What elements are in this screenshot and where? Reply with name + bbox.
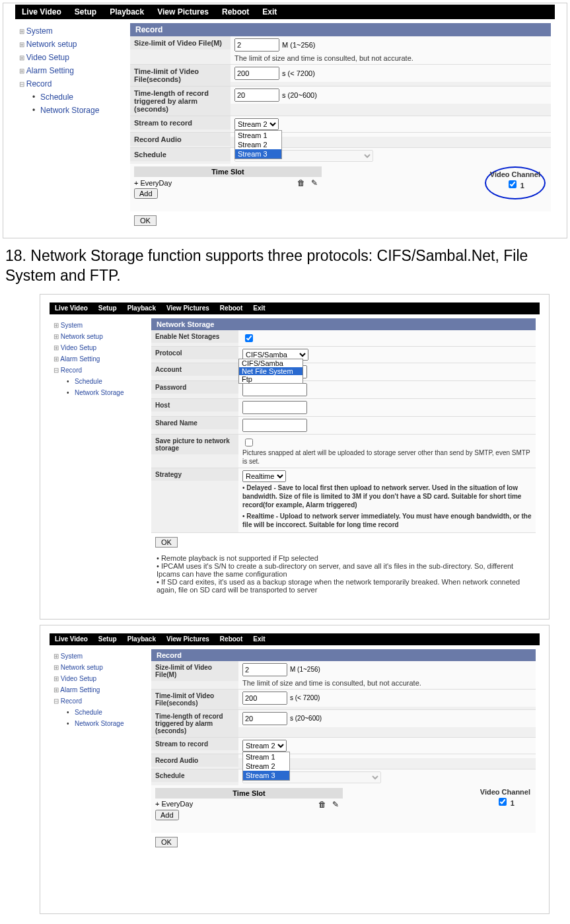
menu-live-video[interactable]: Live Video (15, 7, 68, 17)
menu-playback[interactable]: Playback (122, 304, 161, 312)
menu-setup[interactable]: Setup (93, 635, 122, 643)
sidebar-network-storage[interactable]: Network Storage (18, 104, 124, 117)
stream-option-1[interactable]: Stream 1 (235, 131, 281, 140)
menu-view-pictures[interactable]: View Pictures (151, 7, 215, 17)
sidebar-network-setup[interactable]: Network setup (18, 38, 124, 51)
sidebar-video-setup[interactable]: Video Setup (52, 342, 145, 353)
video-channel-1-checkbox[interactable] (509, 180, 517, 188)
size-limit-input[interactable] (242, 663, 287, 676)
sidebar-network-storage[interactable]: Network Storage (52, 387, 145, 398)
sidebar-alarm-setting[interactable]: Alarm Setting (52, 353, 145, 365)
sidebar-record[interactable]: Record (18, 77, 124, 90)
ns-proto-cifs[interactable]: CIFS/Samba (239, 359, 303, 367)
sidebar-system[interactable]: System (52, 651, 145, 662)
menu-exit[interactable]: Exit (248, 304, 270, 312)
sidebar-schedule[interactable]: Schedule (18, 90, 124, 104)
add-button[interactable]: Add (155, 810, 179, 820)
sidebar-system[interactable]: System (18, 24, 124, 38)
stream-select[interactable]: Stream 2 (242, 740, 287, 752)
sidebar-video-setup[interactable]: Video Setup (52, 673, 145, 684)
ns-password-input[interactable] (242, 383, 307, 396)
sidebar-alarm-setting[interactable]: Alarm Setting (52, 684, 145, 695)
menu-setup[interactable]: Setup (93, 304, 122, 312)
video-channel-1-label: 1 (520, 182, 524, 190)
size-limit-note: The limit of size and time is consulted,… (234, 54, 547, 62)
time-limit-input[interactable] (234, 67, 279, 80)
stream-option-1[interactable]: Stream 1 (243, 752, 289, 762)
alarm-len-label: Time-length of record triggered by alarm… (151, 710, 238, 737)
stream-option-2[interactable]: Stream 2 (243, 762, 289, 771)
timeslot-everyday[interactable]: + EveryDay (155, 800, 193, 808)
menu-exit[interactable]: Exit (256, 7, 283, 17)
stream-option-3[interactable]: Stream 3 (243, 771, 289, 780)
menu-playback[interactable]: Playback (103, 7, 151, 17)
menu-reboot[interactable]: Reboot (215, 304, 248, 312)
row-record-audio: Record Audio (130, 133, 551, 148)
sidebar-video-setup[interactable]: Video Setup (18, 51, 124, 64)
stream-option-3[interactable]: Stream 3 (235, 149, 281, 159)
top-menubar-3: Live Video Setup Playback View Pictures … (50, 633, 540, 645)
menu-reboot[interactable]: Reboot (215, 635, 248, 643)
ns-ok-button[interactable]: OK (155, 537, 178, 548)
ok-button[interactable]: OK (134, 215, 157, 226)
sidebar-record[interactable]: Record (52, 365, 145, 376)
menu-live-video[interactable]: Live Video (50, 635, 93, 643)
ns-enable-label: Enable Net Storages (151, 330, 238, 343)
ns-proto-nfs[interactable]: Net File System (239, 367, 303, 375)
ns-password-label: Password (151, 381, 238, 394)
video-channel-label: Video Channel (480, 788, 530, 796)
sidebar-record[interactable]: Record (52, 695, 145, 707)
row-size-limit: Size-limit of Video File(M) M (1~256) Th… (130, 36, 551, 65)
stream-option-2[interactable]: Stream 2 (235, 140, 281, 149)
sidebar-alarm-setting[interactable]: Alarm Setting (18, 64, 124, 77)
time-limit-label: Time-limit of Video File(seconds) (130, 65, 231, 86)
pencil-icon[interactable]: ✎ (311, 178, 319, 186)
ns-strategy-select[interactable]: Realtime (242, 470, 286, 482)
menu-view-pictures[interactable]: View Pictures (161, 304, 215, 312)
size-limit-input[interactable] (234, 38, 279, 52)
sidebar-network-setup[interactable]: Network setup (52, 662, 145, 673)
row-stream: Stream to record Stream 2 Stream 1 Strea… (130, 116, 551, 133)
video-channel-1-checkbox[interactable] (499, 798, 507, 806)
video-channel-1-label: 1 (511, 799, 515, 807)
sidebar-system[interactable]: System (52, 320, 145, 331)
record-audio-label: Record Audio (151, 754, 238, 767)
video-channel-label: Video Channel (490, 170, 540, 178)
time-limit-input[interactable] (242, 692, 287, 705)
menu-exit[interactable]: Exit (248, 635, 270, 643)
alarm-len-input[interactable] (242, 712, 287, 725)
ns-shared-input[interactable] (242, 419, 307, 432)
ok-button[interactable]: OK (155, 837, 178, 847)
row-alarm-len: Time-length of record triggered by alarm… (130, 87, 551, 116)
ns-host-input[interactable] (242, 401, 307, 414)
sidebar-network-storage[interactable]: Network Storage (52, 718, 145, 729)
sidebar-schedule[interactable]: Schedule (52, 376, 145, 387)
schedule-label: Schedule (130, 148, 231, 161)
stream-select[interactable]: Stream 2 (234, 118, 279, 130)
timeslot-header: Time Slot (155, 788, 343, 799)
alarm-len-input[interactable] (234, 89, 279, 102)
record-audio-label: Record Audio (130, 133, 231, 146)
menu-reboot[interactable]: Reboot (215, 7, 256, 17)
ns-footnote-3: If SD card exites, it's used as a backup… (157, 578, 530, 594)
menu-view-pictures[interactable]: View Pictures (161, 635, 215, 643)
trash-icon[interactable]: 🗑 (318, 800, 326, 808)
schedule-area: Time Slot + EveryDay 🗑 ✎ Add Video Chann… (130, 164, 551, 211)
top-menubar-2: Live Video Setup Playback View Pictures … (50, 302, 540, 314)
alarm-len-hint: s (20~600) (290, 715, 322, 722)
alarm-len-label: Time-length of record triggered by alarm… (130, 87, 231, 116)
menu-playback[interactable]: Playback (122, 635, 161, 643)
add-button[interactable]: Add (134, 188, 158, 199)
menu-live-video[interactable]: Live Video (50, 304, 93, 312)
pencil-icon[interactable]: ✎ (332, 800, 340, 808)
sidebar-schedule[interactable]: Schedule (52, 707, 145, 718)
sidebar-network-setup[interactable]: Network setup (52, 331, 145, 342)
ns-savepic-checkbox[interactable] (245, 439, 253, 446)
trash-icon[interactable]: 🗑 (297, 178, 305, 186)
row-schedule: Schedule default (130, 148, 551, 164)
timeslot-everyday[interactable]: + EveryDay (134, 179, 172, 187)
ns-proto-ftp[interactable]: Ftp (239, 375, 303, 383)
ns-enable-checkbox[interactable] (245, 334, 253, 342)
step-18-text: 18. Network Storage function supports th… (5, 246, 565, 286)
menu-setup[interactable]: Setup (68, 7, 103, 17)
